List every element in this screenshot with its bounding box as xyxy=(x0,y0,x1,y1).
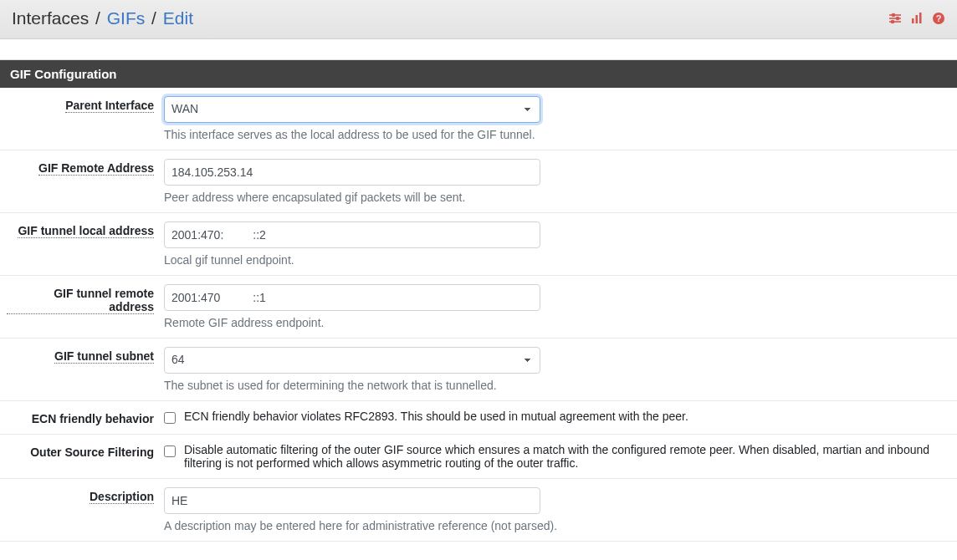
bar-chart-icon[interactable] xyxy=(910,12,924,25)
row-outer-source-filtering: Outer Source Filtering Disable automatic… xyxy=(0,435,957,479)
help-parent-interface: This interface serves as the local addre… xyxy=(164,128,947,141)
gif-tunnel-remote-input[interactable] xyxy=(164,284,540,311)
help-gif-tunnel-subnet: The subnet is used for determining the n… xyxy=(164,379,947,392)
svg-rect-7 xyxy=(916,15,919,23)
label-ecn: ECN friendly behavior xyxy=(32,412,154,425)
description-input[interactable] xyxy=(164,487,540,514)
breadcrumb-bar: Interfaces / GIFs / Edit ? xyxy=(0,0,957,39)
svg-text:?: ? xyxy=(936,13,942,23)
gif-tunnel-local-input[interactable] xyxy=(164,221,540,248)
ecn-checkbox[interactable] xyxy=(164,412,176,424)
row-gif-tunnel-remote: GIF tunnel remote address Remote GIF add… xyxy=(0,276,957,339)
svg-rect-6 xyxy=(912,18,914,23)
help-icon[interactable]: ? xyxy=(932,12,945,25)
help-description: A description may be entered here for ad… xyxy=(164,519,947,532)
header-icons: ? xyxy=(888,12,945,25)
label-gif-tunnel-local: GIF tunnel local address xyxy=(18,224,154,238)
ecn-checkbox-label: ECN friendly behavior violates RFC2893. … xyxy=(184,410,947,423)
row-gif-tunnel-local: GIF tunnel local address Local gif tunne… xyxy=(0,213,957,276)
outer-source-checkbox-label: Disable automatic filtering of the outer… xyxy=(184,443,947,470)
svg-point-1 xyxy=(893,14,895,17)
label-description: Description xyxy=(90,490,154,504)
gif-remote-address-input[interactable] xyxy=(164,159,540,186)
help-gif-tunnel-local: Local gif tunnel endpoint. xyxy=(164,253,947,267)
empty-spacer-row xyxy=(0,542,957,560)
label-gif-tunnel-remote: GIF tunnel remote address xyxy=(7,287,154,314)
breadcrumb: Interfaces / GIFs / Edit xyxy=(12,8,193,28)
sliders-icon[interactable] xyxy=(888,12,902,25)
breadcrumb-link-edit[interactable]: Edit xyxy=(163,8,193,28)
label-gif-tunnel-subnet: GIF tunnel subnet xyxy=(54,349,154,364)
outer-source-checkbox[interactable] xyxy=(164,445,176,457)
label-outer-source-filtering: Outer Source Filtering xyxy=(30,445,154,459)
svg-point-3 xyxy=(897,18,899,20)
label-parent-interface: Parent Interface xyxy=(65,99,154,113)
breadcrumb-root: Interfaces xyxy=(12,8,89,28)
help-gif-tunnel-remote: Remote GIF address endpoint. xyxy=(164,316,947,329)
row-gif-tunnel-subnet: GIF tunnel subnet 64 The subnet is used … xyxy=(0,339,957,401)
gif-config-panel: GIF Configuration Parent Interface WAN T… xyxy=(0,59,957,560)
gif-tunnel-subnet-select[interactable]: 64 xyxy=(164,347,540,374)
svg-point-5 xyxy=(892,21,894,23)
panel-title: GIF Configuration xyxy=(0,60,957,88)
svg-rect-8 xyxy=(919,13,922,23)
row-description: Description A description may be entered… xyxy=(0,479,957,542)
row-ecn: ECN friendly behavior ECN friendly behav… xyxy=(0,401,957,435)
breadcrumb-link-gifs[interactable]: GIFs xyxy=(107,8,146,28)
label-gif-remote-address: GIF Remote Address xyxy=(38,161,154,176)
row-gif-remote-address: GIF Remote Address Peer address where en… xyxy=(0,150,957,213)
parent-interface-select[interactable]: WAN xyxy=(164,96,540,123)
help-gif-remote-address: Peer address where encapsulated gif pack… xyxy=(164,191,947,204)
row-parent-interface: Parent Interface WAN This interface serv… xyxy=(0,88,957,150)
